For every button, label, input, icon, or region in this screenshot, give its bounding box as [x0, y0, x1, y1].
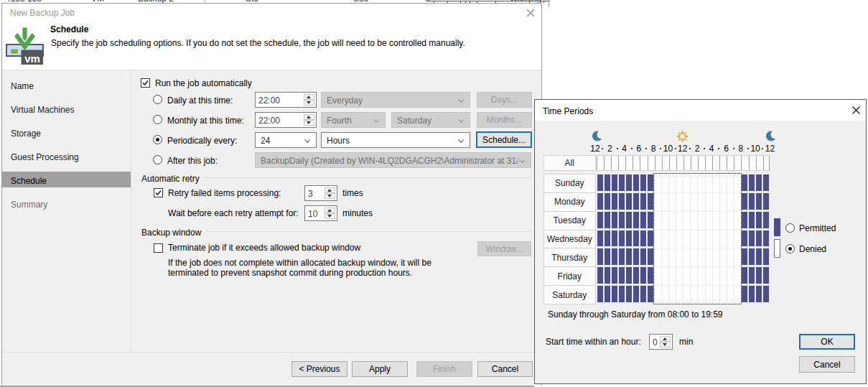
svg-text:vm: vm — [24, 52, 40, 65]
